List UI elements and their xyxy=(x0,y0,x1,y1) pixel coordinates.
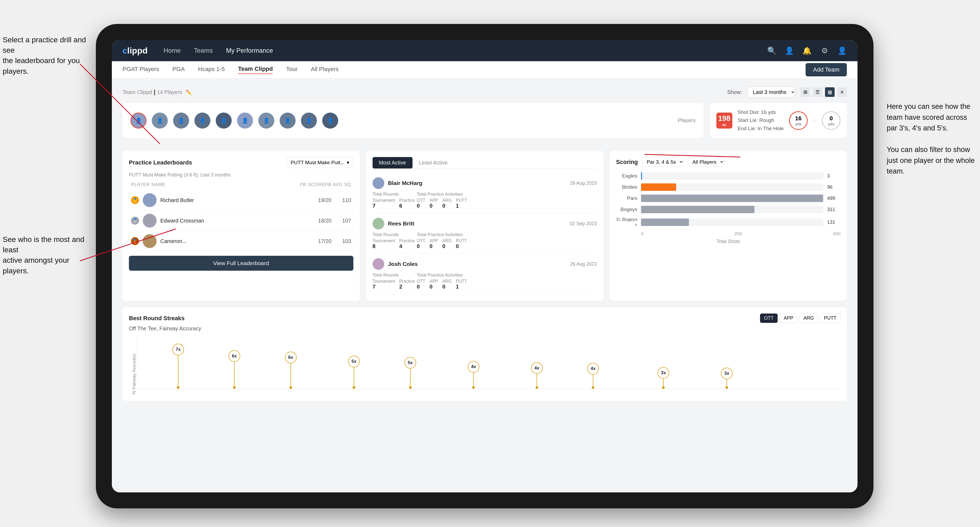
bar-label-eagles: Eagles xyxy=(616,173,637,179)
activity-name-3: Josh Coles xyxy=(388,261,566,267)
pin-label-4: 5x xyxy=(348,356,360,367)
brand-logo[interactable]: clippd xyxy=(123,46,148,56)
ipad-screen: clippd Home Teams My Performance 🔍 👤 🔔 ⚙… xyxy=(112,40,858,492)
pin-dot-8 xyxy=(592,386,594,389)
lb-avatar-2 xyxy=(143,214,157,227)
avatar-icon[interactable]: 👤 xyxy=(837,46,847,56)
lb-score-3: 17/20 xyxy=(310,238,332,244)
shot-details: Shot Dist: 16 yds Start Lie: Rough End L… xyxy=(738,108,784,133)
subnav-pgat[interactable]: PGAT Players xyxy=(123,66,159,74)
streak-filter-app[interactable]: APP xyxy=(780,314,797,323)
rank-badge-2: 🥈 xyxy=(131,217,139,225)
activity-player-3: Josh Coles 26 Aug 2023 Total Rounds Tour… xyxy=(372,254,597,294)
player-avatar-2[interactable]: 👤 xyxy=(152,113,168,129)
practice-leaderboard-card: Practice Leaderboards PUTT Must Make Put… xyxy=(123,151,360,301)
bar-fill-birdies xyxy=(641,183,676,191)
subnav-pga[interactable]: PGA xyxy=(172,66,185,74)
pin-dot-7 xyxy=(536,386,538,389)
pin-label-7: 4x xyxy=(531,362,543,374)
activity-stats-3: Total Rounds Tournament7 Practice2 Total… xyxy=(372,273,597,290)
tab-least-active[interactable]: Least Active xyxy=(412,157,454,168)
activity-tabs: Most Active Least Active xyxy=(372,157,597,169)
bar-track-eagles xyxy=(641,172,823,179)
scoring-title: Scoring xyxy=(616,159,638,165)
lb-name-2: Edward Crossman xyxy=(160,218,307,224)
add-team-button[interactable]: Add Team xyxy=(806,63,847,76)
pin-label-8: 4x xyxy=(587,363,599,375)
streak-pin-8: 4x xyxy=(587,363,599,389)
pin-label-3: 6x xyxy=(285,352,297,363)
player-avatar-5[interactable]: 👤 xyxy=(216,113,232,129)
navbar-icons: 🔍 👤 🔔 ⚙ 👤 xyxy=(767,46,847,56)
tournament-label: Tournament xyxy=(372,198,395,203)
total-shots-label: Total Shots xyxy=(616,239,840,244)
subnav-tour[interactable]: Tour xyxy=(286,66,298,74)
shot-yards: 16 yds ○ 0 yds xyxy=(789,111,840,130)
show-label: Show: xyxy=(727,89,742,95)
drill-selector[interactable]: PUTT Must Make Putt... ▾ xyxy=(286,157,353,168)
leaderboard-subtitle: PUTT Must Make Putting (3-6 ft), Last 3 … xyxy=(129,172,353,178)
player-avatar-9[interactable]: 👤 xyxy=(301,113,317,129)
players-filter-select[interactable]: All Players xyxy=(688,157,724,167)
nav-teams[interactable]: Teams xyxy=(194,47,213,54)
streak-filter-putt[interactable]: PUTT xyxy=(820,314,840,323)
person-icon[interactable]: 👤 xyxy=(784,46,794,56)
player-avatar-7[interactable]: 👤 xyxy=(258,113,274,129)
activity-date-3: 26 Aug 2023 xyxy=(570,261,597,267)
search-icon[interactable]: 🔍 xyxy=(767,46,776,56)
nav-my-performance[interactable]: My Performance xyxy=(226,47,273,54)
streaks-header: Best Round Streaks OTT APP ARG PUTT xyxy=(129,314,840,323)
player-avatar-8[interactable]: 👤 xyxy=(280,113,296,129)
edit-team-icon[interactable]: ✏️ xyxy=(186,90,192,95)
bar-fill-dbogeys xyxy=(641,219,689,226)
shot-card: 198 sc Shot Dist: 16 yds Start Lie: Roug… xyxy=(710,103,847,138)
lb-avg-3: 103 xyxy=(335,238,351,244)
pin-label-9: 3x xyxy=(657,367,669,379)
bar-dbogeys: D. Bogeys + 131 xyxy=(616,217,840,227)
streaks-filter-group: OTT APP ARG PUTT xyxy=(760,314,840,323)
scoring-chart: Eagles 3 Birdies 96 xyxy=(616,172,840,244)
player-avatar-6[interactable]: 👤 xyxy=(237,113,253,129)
leaderboard-row: 🥉 Cameron... 17/20 103 xyxy=(129,231,353,252)
activity-date-2: 02 Sep 2023 xyxy=(570,221,597,227)
subnav-team-clippd[interactable]: Team Clippd xyxy=(238,65,273,74)
annotation-bottom-left: See who is the most and least active amo… xyxy=(3,234,93,276)
streak-pin-10: 3x xyxy=(721,368,733,389)
player-avatar-4[interactable]: 👤 xyxy=(194,113,210,129)
streak-filter-arg[interactable]: ARG xyxy=(799,314,818,323)
pin-label-10: 3x xyxy=(721,368,733,379)
bell-icon[interactable]: 🔔 xyxy=(802,46,812,56)
show-period-select[interactable]: Last 3 months Last month Last 6 months L… xyxy=(747,86,795,98)
main-content: Team Clippd | 14 Players ✏️ Show: Last 3… xyxy=(112,78,858,492)
view-full-leaderboard-button[interactable]: View Full Leaderboard xyxy=(129,256,353,271)
navbar: clippd Home Teams My Performance 🔍 👤 🔔 ⚙… xyxy=(112,40,858,61)
bar-val-birdies: 96 xyxy=(827,184,840,190)
streaks-chart-container: % Fairway Accuracy 7x 6x xyxy=(129,336,840,394)
settings-icon[interactable]: ⚙ xyxy=(820,46,829,56)
player-avatar-1[interactable]: 👤 xyxy=(130,113,146,129)
player-avatar-10[interactable]: 👤 xyxy=(322,113,338,129)
team-controls: Show: Last 3 months Last month Last 6 mo… xyxy=(727,86,847,98)
bar-pars: Pars 499 xyxy=(616,195,840,202)
rank-badge-3: 🥉 xyxy=(131,237,139,245)
table-view-icon[interactable]: ≡ xyxy=(837,87,847,97)
streak-pin-4: 5x xyxy=(348,356,360,389)
activity-stats-1: Total Rounds Tournament 7 Practice 6 xyxy=(372,192,597,209)
activity-player-1: Blair McHarg 26 Aug 2023 Total Rounds To… xyxy=(372,173,597,213)
grid-view-icon[interactable]: ⊞ xyxy=(800,87,810,97)
card-view-icon[interactable]: ▦ xyxy=(825,87,835,97)
nav-home[interactable]: Home xyxy=(164,47,181,54)
bar-birdies: Birdies 96 xyxy=(616,183,840,191)
tab-most-active[interactable]: Most Active xyxy=(372,157,412,168)
subnav-all-players[interactable]: All Players xyxy=(311,66,339,74)
pin-dot-6 xyxy=(472,386,475,389)
streaks-title: Best Round Streaks xyxy=(129,315,185,322)
list-view-icon[interactable]: ☰ xyxy=(813,87,822,97)
subnav-hcaps[interactable]: Hcaps 1-5 xyxy=(198,66,225,74)
streak-filter-ott[interactable]: OTT xyxy=(760,314,778,323)
bar-label-birdies: Birdies xyxy=(616,184,637,190)
par-filter-select[interactable]: Par 3, 4 & 5s Par 3s Par 4s Par 5s xyxy=(642,157,684,167)
player-avatar-3[interactable]: 👤 xyxy=(173,113,189,129)
x-axis: 0 200 400 xyxy=(616,231,840,237)
streak-pin-6: 4x xyxy=(468,361,479,389)
